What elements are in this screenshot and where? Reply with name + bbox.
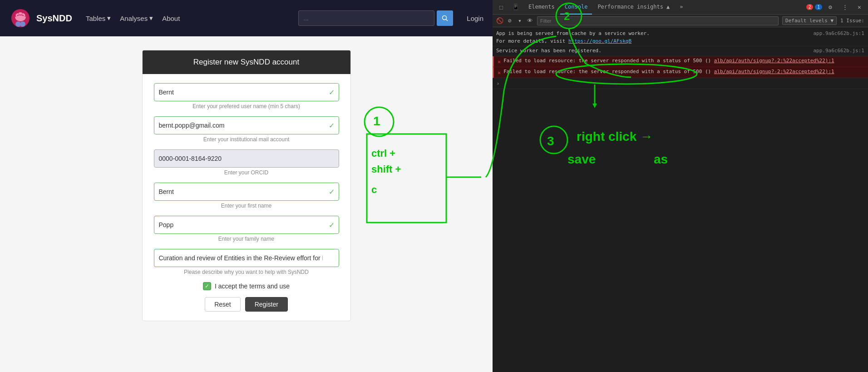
- email-wrapper: ✓: [154, 116, 339, 134]
- search-button[interactable]: [437, 10, 453, 26]
- navbar: SysNDD Tables ▾ Analyses ▾ About: [0, 0, 493, 36]
- terms-label: I accept the terms and use: [215, 283, 290, 290]
- svg-line-5: [446, 20, 448, 21]
- close-devtools-icon[interactable]: ✕: [853, 1, 866, 14]
- warning-count-badge: 1: [815, 4, 822, 10]
- devtools-inspect-icon[interactable]: ⬚: [495, 1, 508, 14]
- search-input[interactable]: [298, 10, 434, 26]
- tab-more[interactable]: »: [675, 0, 687, 15]
- eye-icon[interactable]: 👁: [526, 17, 533, 25]
- reason-hint: Please describe why you want to help wit…: [154, 269, 339, 275]
- firstname-hint: Enter your first name: [154, 203, 339, 209]
- terms-row: ✓ I accept the terms and use: [154, 282, 339, 290]
- email-input[interactable]: [154, 116, 339, 134]
- email-hint: Enter your institutional mail account: [154, 136, 339, 143]
- console-prompt-line: ›: [493, 78, 868, 89]
- more-options-icon[interactable]: ⋮: [838, 1, 851, 14]
- toolbar-icons: 🚫 ⊘ ▾ 👁: [496, 17, 533, 25]
- console-error-line: ✕ Failed to load resource: the server re…: [493, 56, 868, 67]
- nav-about[interactable]: About: [162, 15, 180, 22]
- devtools-panel: ⬚ 📱 Elements Console Performance insight…: [493, 0, 868, 372]
- firstname-wrapper: ✓: [154, 183, 339, 201]
- login-button[interactable]: Login: [467, 15, 483, 22]
- error-icon: ✕: [498, 68, 501, 77]
- devtools-tabs: Elements Console Performance insights ▲ …: [524, 0, 804, 15]
- form-title: Register new SysNDD account: [143, 50, 350, 74]
- email-group: ✓ Enter your institutional mail account: [154, 116, 339, 143]
- firstname-check-icon: ✓: [329, 188, 335, 196]
- service-worker-link[interactable]: https://goo.gl/AFskqB: [568, 38, 631, 44]
- console-output: App is being served from cache by a serv…: [493, 27, 868, 372]
- error-icon: ✕: [498, 57, 501, 66]
- devtools-top-bar: ⬚ 📱 Elements Console Performance insight…: [493, 0, 868, 15]
- username-wrapper: ✓: [154, 83, 339, 101]
- console-filter-input[interactable]: [537, 16, 779, 25]
- devtools-toolbar: 🚫 ⊘ ▾ 👁 Default levels ▼ 1 Issue:: [493, 15, 868, 27]
- error-resource-link[interactable]: alb/api/auth/signup?-2:%22accepted%22):1: [714, 58, 834, 64]
- svg-point-3: [20, 21, 25, 27]
- tab-performance[interactable]: Performance insights ▲: [593, 0, 674, 15]
- devtools-device-icon[interactable]: 📱: [509, 1, 522, 14]
- clear-console-icon[interactable]: 🚫: [496, 17, 503, 25]
- console-line: App is being served from cache by a serv…: [493, 29, 868, 46]
- nav-links: Tables ▾ Analyses ▾ About: [86, 14, 285, 22]
- form-body: ✓ Enter your prefered user name (min 5 c…: [143, 74, 350, 321]
- orcid-wrapper: [154, 149, 339, 168]
- username-input[interactable]: [154, 83, 339, 101]
- reason-group: Please describe why you want to help wit…: [154, 249, 339, 275]
- username-check-icon: ✓: [329, 88, 335, 97]
- orcid-input[interactable]: [154, 149, 339, 168]
- familyname-wrapper: ✓: [154, 216, 339, 234]
- brand-name: SysNDD: [36, 13, 72, 24]
- orcid-group: Enter your ORCID: [154, 149, 339, 176]
- familyname-input[interactable]: [154, 216, 339, 234]
- tab-elements[interactable]: Elements: [524, 0, 559, 15]
- tables-dropdown-icon: ▾: [107, 14, 111, 22]
- analyses-dropdown-icon: ▾: [149, 14, 153, 22]
- error-resource-link[interactable]: alb/api/auth/signup?-2:%22accepted%22):1: [714, 69, 834, 74]
- settings-icon[interactable]: ⚙: [824, 1, 837, 14]
- register-form-card: Register new SysNDD account ✓ Enter your…: [142, 50, 351, 321]
- reason-wrapper: [154, 249, 339, 267]
- top-frame-icon[interactable]: ▾: [516, 17, 523, 25]
- username-hint: Enter your prefered user name (min 5 cha…: [154, 103, 339, 109]
- brain-logo-icon: [9, 7, 32, 30]
- main-content: Register new SysNDD account ✓ Enter your…: [0, 36, 493, 372]
- reset-button[interactable]: Reset: [205, 297, 241, 312]
- familyname-hint: Enter your family name: [154, 236, 339, 242]
- filter-icon[interactable]: ⊘: [506, 17, 513, 25]
- nav-tables[interactable]: Tables ▾: [86, 14, 111, 22]
- familyname-group: ✓ Enter your family name: [154, 216, 339, 242]
- console-prompt-icon: ›: [496, 79, 500, 88]
- terms-checkbox[interactable]: ✓: [203, 282, 211, 290]
- log-level-select[interactable]: Default levels ▼: [782, 16, 837, 25]
- familyname-check-icon: ✓: [329, 221, 335, 229]
- username-group: ✓ Enter your prefered user name (min 5 c…: [154, 83, 339, 109]
- svg-point-4: [443, 16, 447, 20]
- console-file-ref: app.9a6c662b.js:1: [813, 47, 864, 55]
- orcid-hint: Enter your ORCID: [154, 169, 339, 176]
- tab-console[interactable]: Console: [560, 0, 592, 15]
- error-count-badge: 2: [806, 4, 814, 10]
- console-error-line: ✕ Failed to load resource: the server re…: [493, 67, 868, 78]
- search-icon: [442, 15, 448, 21]
- reason-input[interactable]: [154, 249, 339, 267]
- console-line: Service worker has been registered. app.…: [493, 46, 868, 56]
- firstname-input[interactable]: [154, 183, 339, 201]
- register-button[interactable]: Register: [245, 297, 288, 312]
- email-check-icon: ✓: [329, 121, 335, 130]
- search-container: [298, 10, 453, 26]
- nav-analyses[interactable]: Analyses ▾: [120, 14, 153, 22]
- console-file-ref: app.9a6c662b.js:1: [813, 30, 864, 38]
- svg-point-1: [15, 12, 26, 21]
- issue-count: 1 Issue:: [840, 18, 864, 24]
- brand: SysNDD: [9, 7, 72, 30]
- form-buttons: Reset Register: [154, 297, 339, 312]
- firstname-group: ✓ Enter your first name: [154, 183, 339, 209]
